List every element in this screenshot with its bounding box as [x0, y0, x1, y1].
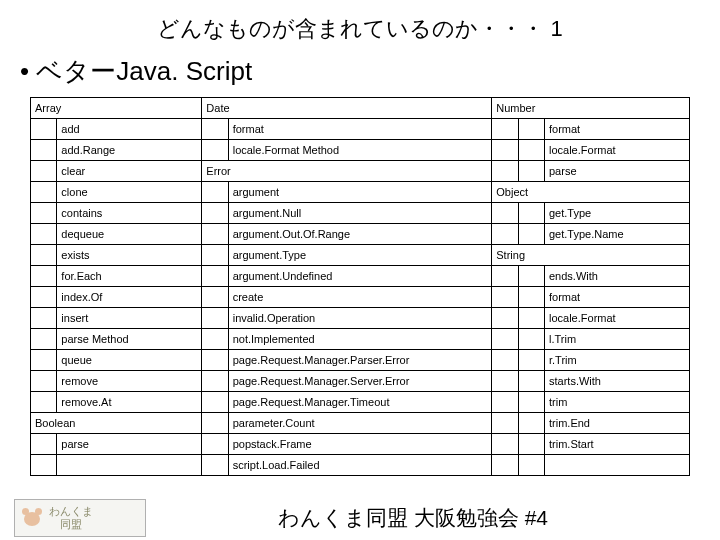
table-cell: add: [57, 119, 202, 140]
table-row: removepage.Request.Manager.Server.Errors…: [31, 371, 690, 392]
table-cell: [202, 224, 228, 245]
table-cell: Date: [202, 98, 492, 119]
table-cell: remove.At: [57, 392, 202, 413]
table-cell: [202, 329, 228, 350]
table-cell: [492, 224, 518, 245]
table-cell: format: [228, 119, 492, 140]
table-cell: [202, 392, 228, 413]
table-cell: [518, 434, 544, 455]
table-cell: [492, 308, 518, 329]
table-cell: [31, 203, 57, 224]
table-cell: [518, 203, 544, 224]
table-cell: popstack.Frame: [228, 434, 492, 455]
reference-table: ArrayDateNumberaddformatformatadd.Rangel…: [30, 97, 690, 476]
table-row: remove.Atpage.Request.Manager.Timeouttri…: [31, 392, 690, 413]
table-cell: [492, 455, 518, 476]
table-cell: for.Each: [57, 266, 202, 287]
table-cell: [492, 371, 518, 392]
table-cell: Number: [492, 98, 690, 119]
table-cell: Array: [31, 98, 202, 119]
table-cell: add.Range: [57, 140, 202, 161]
table-cell: [492, 413, 518, 434]
table-cell: parse: [545, 161, 690, 182]
table-cell: [31, 119, 57, 140]
table-cell: clone: [57, 182, 202, 203]
table-cell: [518, 350, 544, 371]
table-cell: [202, 203, 228, 224]
table-row: existsargument.TypeString: [31, 245, 690, 266]
table-cell: contains: [57, 203, 202, 224]
table-cell: remove: [57, 371, 202, 392]
table-cell: exists: [57, 245, 202, 266]
table-cell: [202, 245, 228, 266]
table-cell: [202, 140, 228, 161]
table-cell: format: [545, 119, 690, 140]
table-cell: argument.Out.Of.Range: [228, 224, 492, 245]
table-cell: [518, 287, 544, 308]
logo-line2: 同盟: [49, 518, 93, 531]
table-cell: [492, 329, 518, 350]
table-cell: [202, 308, 228, 329]
table-cell: Boolean: [31, 413, 202, 434]
table-cell: [202, 371, 228, 392]
table-cell: [545, 455, 690, 476]
logo-text: わんくま 同盟: [49, 505, 93, 531]
table-cell: locale.Format: [545, 308, 690, 329]
table-row: addformatformat: [31, 119, 690, 140]
table-cell: index.Of: [57, 287, 202, 308]
bear-icon: [21, 508, 43, 528]
table-cell: locale.Format Method: [228, 140, 492, 161]
table-cell: trim: [545, 392, 690, 413]
table-cell: [31, 350, 57, 371]
table-cell: [31, 455, 57, 476]
table-row: script.Load.Failed: [31, 455, 690, 476]
table-cell: [518, 308, 544, 329]
table-cell: [31, 392, 57, 413]
table-cell: trim.Start: [545, 434, 690, 455]
table-cell: [492, 119, 518, 140]
table-cell: [31, 140, 57, 161]
table-cell: create: [228, 287, 492, 308]
table-row: index.Ofcreateformat: [31, 287, 690, 308]
table-cell: [31, 224, 57, 245]
table-cell: dequeue: [57, 224, 202, 245]
table-cell: [518, 392, 544, 413]
table-cell: [202, 182, 228, 203]
table-cell: Error: [202, 161, 492, 182]
table-row: dequeueargument.Out.Of.Rangeget.Type.Nam…: [31, 224, 690, 245]
table-row: insertinvalid.Operationlocale.Format: [31, 308, 690, 329]
table-row: parsepopstack.Frametrim.Start: [31, 434, 690, 455]
table-cell: [202, 434, 228, 455]
table-cell: [518, 224, 544, 245]
table-cell: clear: [57, 161, 202, 182]
table-cell: [31, 434, 57, 455]
logo-box: わんくま 同盟: [14, 499, 146, 537]
table-cell: locale.Format: [545, 140, 690, 161]
table-cell: [492, 203, 518, 224]
table-cell: [492, 434, 518, 455]
table-cell: [518, 140, 544, 161]
table-row: clearErrorparse: [31, 161, 690, 182]
table-cell: invalid.Operation: [228, 308, 492, 329]
footer: わんくま 同盟 わんくま同盟 大阪勉強会 #4: [0, 496, 720, 540]
page-title: どんなものが含まれているのか・・・ 1: [0, 0, 720, 54]
table-cell: [31, 329, 57, 350]
table-cell: [518, 161, 544, 182]
table-cell: parse: [57, 434, 202, 455]
table-cell: parse Method: [57, 329, 202, 350]
table-cell: [492, 350, 518, 371]
table-cell: ends.With: [545, 266, 690, 287]
table-cell: [57, 455, 202, 476]
table-row: add.Rangelocale.Format Methodlocale.Form…: [31, 140, 690, 161]
table-cell: argument.Undefined: [228, 266, 492, 287]
table-row: cloneargumentObject: [31, 182, 690, 203]
bullet-line: • ベターJava. Script: [0, 54, 720, 97]
table-cell: [202, 413, 228, 434]
table-row: containsargument.Nullget.Type: [31, 203, 690, 224]
table-cell: [202, 350, 228, 371]
table-cell: [31, 266, 57, 287]
reference-table-container: ArrayDateNumberaddformatformatadd.Rangel…: [0, 97, 720, 476]
table-cell: [492, 287, 518, 308]
table-cell: get.Type.Name: [545, 224, 690, 245]
table-cell: [31, 287, 57, 308]
